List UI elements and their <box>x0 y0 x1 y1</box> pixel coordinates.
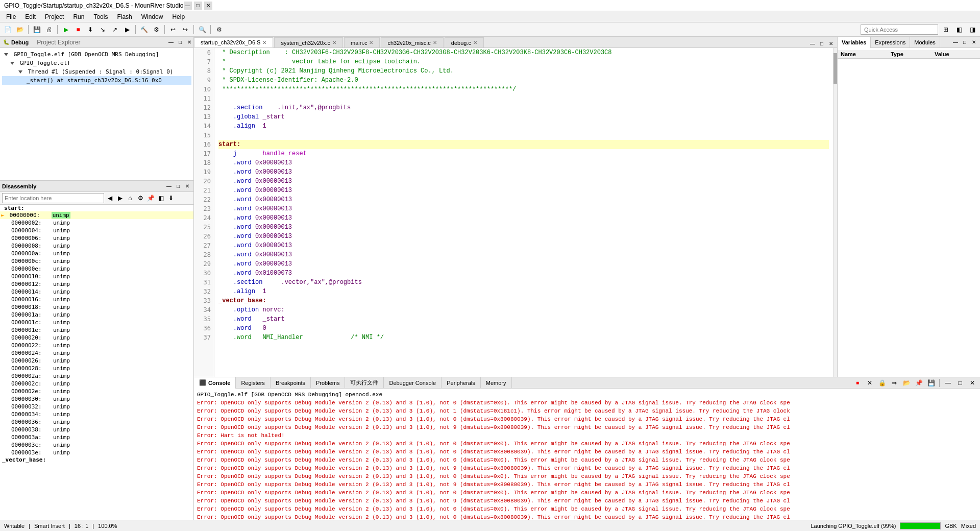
debug-session-item[interactable]: GPIO_Toggle.elf [GDB OpenOCD MRS Debuggi… <box>2 50 191 59</box>
code-editor[interactable]: 6789101112131415161718192021222324252627… <box>194 48 837 377</box>
disasm-instr-text: unimp <box>53 334 70 341</box>
disasm-instr-text: unimp <box>53 365 70 372</box>
tb-step-out-button[interactable]: ↗ <box>109 24 120 35</box>
tb-sep-2 <box>57 25 58 34</box>
tab-executable[interactable]: 可执行文件 <box>345 377 384 389</box>
tb-debug-button[interactable]: ▶ <box>60 24 71 35</box>
tb-resume-button[interactable]: ▶ <box>121 24 133 35</box>
tb-extra-btn-3[interactable]: ◨ <box>967 24 978 35</box>
disasm-btn-7[interactable]: ⬇ <box>166 194 176 203</box>
project-explorer-tab[interactable]: Project Explorer <box>37 39 80 46</box>
tab-breakpoints[interactable]: Breakpoints <box>271 377 311 389</box>
tab-variables[interactable]: Variables <box>838 37 871 48</box>
menu-window[interactable]: Window <box>137 12 167 21</box>
menu-flash[interactable]: Flash <box>113 12 136 21</box>
tb-print-button[interactable]: 🖨 <box>43 24 55 35</box>
debug-stack-frame-item[interactable]: _start() at startup_ch32v20x_D6.S:16 0x0 <box>2 76 191 85</box>
tab-peripherals[interactable]: Peripherals <box>442 377 481 389</box>
tab-debugger-console[interactable]: Debugger Console <box>384 377 442 389</box>
console-scroll-lock-btn[interactable]: 🔒 <box>876 377 888 389</box>
tb-new-button[interactable]: 📄 <box>2 24 13 35</box>
console-save-btn[interactable]: 💾 <box>925 377 937 389</box>
disassembly-minimize[interactable]: — <box>165 182 173 190</box>
disassembly-maximize[interactable]: □ <box>174 182 182 190</box>
tab-registers[interactable]: Registers <box>236 377 270 389</box>
editor-close[interactable]: ✕ <box>827 39 835 47</box>
disasm-addr: 0000003e: <box>7 449 53 456</box>
editor-minimize[interactable]: — <box>808 39 817 47</box>
tb-undo-button[interactable]: ↩ <box>167 24 179 35</box>
tab-memory[interactable]: Memory <box>481 377 512 389</box>
editor-scrollbar[interactable] <box>833 48 837 377</box>
tab-expressions[interactable]: Expressions <box>871 37 910 48</box>
tab-modules[interactable]: Modules <box>910 37 940 48</box>
var-maximize[interactable]: □ <box>961 38 969 46</box>
tb-stop-button[interactable]: ■ <box>72 24 84 35</box>
console-close-btn[interactable]: ✕ <box>967 377 978 389</box>
tb-extra-btn-2[interactable]: ◧ <box>953 24 965 35</box>
tb-extra-btn-1[interactable]: ⊞ <box>940 24 951 35</box>
disasm-forward-button[interactable]: ▶ <box>115 194 125 203</box>
menu-run[interactable]: Run <box>69 12 88 21</box>
tab-misc-close[interactable]: ✕ <box>433 40 437 45</box>
disasm-instr-text: unimp <box>53 373 70 379</box>
tab-main-close[interactable]: ✕ <box>369 40 373 45</box>
code-content[interactable]: * Description : CH32V203F6-CH32V203F8-CH… <box>214 48 833 377</box>
quick-access-input[interactable] <box>861 25 938 35</box>
menu-tools[interactable]: Tools <box>89 12 112 21</box>
tab-misc[interactable]: ch32v20x_misc.c ✕ <box>381 37 443 47</box>
console-maximize-btn[interactable]: □ <box>954 377 966 389</box>
tab-system[interactable]: system_ch32v20x.c ✕ <box>274 37 343 47</box>
disasm-btn-6[interactable]: ◧ <box>156 194 165 203</box>
tb-step-over-button[interactable]: ⬇ <box>85 24 96 35</box>
disasm-btn-5[interactable]: 📌 <box>146 194 155 203</box>
tb-open-button[interactable]: 📂 <box>14 24 26 35</box>
tab-console[interactable]: ⬛ Console <box>194 377 236 389</box>
menu-help[interactable]: Help <box>168 12 189 21</box>
location-input[interactable] <box>2 193 104 203</box>
debug-panel-close[interactable]: ✕ <box>185 38 193 46</box>
tab-problems[interactable]: Problems <box>311 377 345 389</box>
disasm-home-button[interactable]: ⌂ <box>126 194 135 203</box>
line-number: 25 <box>197 223 211 232</box>
line-number: 19 <box>197 167 211 177</box>
menu-edit[interactable]: Edit <box>21 12 40 21</box>
tb-save-button[interactable]: 💾 <box>31 24 42 35</box>
disasm-back-button[interactable]: ◀ <box>105 194 114 203</box>
debug-panel-minimize[interactable]: — <box>167 38 175 46</box>
tab-debug-close[interactable]: ✕ <box>473 40 477 45</box>
minimize-button[interactable]: — <box>184 2 192 10</box>
console-word-wrap-btn[interactable]: ⇒ <box>889 377 900 389</box>
disassembly-close[interactable]: ✕ <box>183 182 191 190</box>
debug-tab[interactable]: Debug <box>11 39 29 45</box>
debug-panel-maximize[interactable]: □ <box>176 38 184 46</box>
tb-settings-button[interactable]: ⚙ <box>213 24 225 35</box>
console-pin-btn[interactable]: 📌 <box>913 377 924 389</box>
maximize-button[interactable]: □ <box>194 2 202 10</box>
tb-build-button[interactable]: 🔨 <box>138 24 150 35</box>
tab-startup[interactable]: startup_ch32v20x_D6.S ✕ <box>194 37 273 47</box>
console-minimize-btn[interactable]: — <box>942 377 953 389</box>
tb-redo-button[interactable]: ↪ <box>180 24 191 35</box>
close-button[interactable]: ✕ <box>204 2 212 10</box>
menu-project[interactable]: Project <box>41 12 68 21</box>
menu-file[interactable]: File <box>2 12 20 21</box>
tb-rebuild-button[interactable]: ⚙ <box>151 24 162 35</box>
tb-step-into-button[interactable]: ↘ <box>97 24 108 35</box>
tb-search-button[interactable]: 🔍 <box>197 24 208 35</box>
var-close[interactable]: ✕ <box>970 38 978 46</box>
console-clear-btn[interactable]: ✕ <box>864 377 875 389</box>
debug-file-item[interactable]: GPIO_Toggle.elf <box>2 59 191 67</box>
console-open-btn[interactable]: 📂 <box>901 377 912 389</box>
tab-debug[interactable]: debug.c ✕ <box>445 37 484 47</box>
code-line: .word 0x00000013 <box>218 186 829 195</box>
editor-maximize[interactable]: □ <box>818 39 826 47</box>
tab-startup-close[interactable]: ✕ <box>262 40 266 45</box>
tab-system-close[interactable]: ✕ <box>332 40 336 45</box>
var-minimize[interactable]: — <box>951 38 960 46</box>
disasm-addr: 00000016: <box>7 296 53 303</box>
disasm-settings-button[interactable]: ⚙ <box>136 194 145 203</box>
debug-thread-item[interactable]: Thread #1 (Suspended : Signal : 0:Signal… <box>2 67 191 76</box>
tab-main[interactable]: main.c ✕ <box>344 37 380 47</box>
console-stop-btn[interactable]: ■ <box>852 377 863 389</box>
